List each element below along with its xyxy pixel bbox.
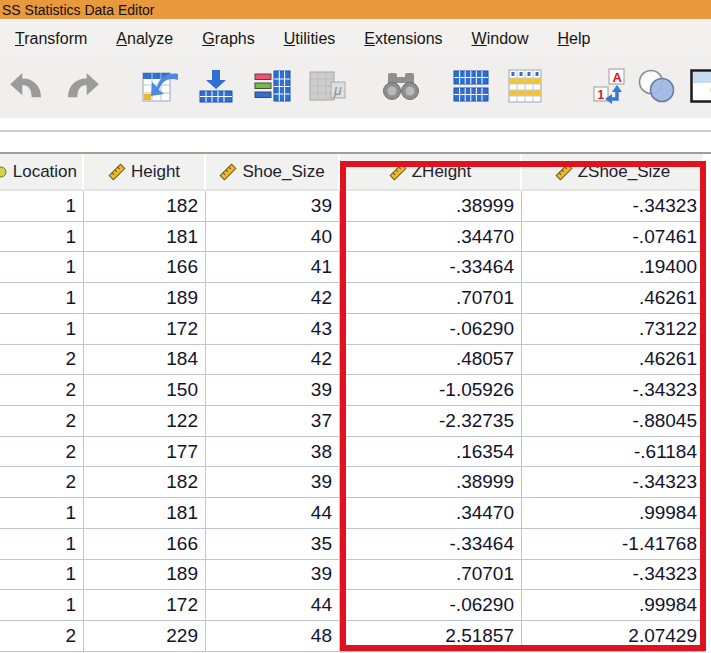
menu-item-graphs[interactable]: Graphs xyxy=(187,26,268,52)
table-cell[interactable]: .34470 xyxy=(340,222,522,253)
descriptive-statistics-button[interactable]: μ xyxy=(303,66,353,106)
menu-item-utilities[interactable]: Utilities xyxy=(269,26,350,52)
menu-item-transform[interactable]: Transform xyxy=(0,26,101,52)
table-cell[interactable]: 1 xyxy=(0,252,84,283)
variables-button[interactable] xyxy=(246,66,300,106)
table-cell[interactable]: 2.07429 xyxy=(522,621,705,652)
column-header-zheight[interactable]: ZHeight xyxy=(340,154,522,191)
table-cell[interactable]: .99984 xyxy=(522,590,705,621)
use-variable-sets-button[interactable] xyxy=(632,66,680,106)
table-cell[interactable]: 2 xyxy=(0,406,84,437)
table-cell[interactable]: -.61184 xyxy=(522,437,705,468)
menu-item-window[interactable]: Window xyxy=(457,26,543,52)
table-cell[interactable]: 229 xyxy=(84,621,206,652)
table-cell[interactable]: 122 xyxy=(84,406,206,437)
table-cell[interactable]: .38999 xyxy=(340,467,522,498)
table-cell[interactable]: -.06290 xyxy=(340,590,522,621)
table-cell[interactable]: 2.51857 xyxy=(340,621,522,652)
table-cell[interactable]: -.88045 xyxy=(522,406,705,437)
table-cell[interactable]: 40 xyxy=(206,222,340,253)
table-cell[interactable]: 43 xyxy=(206,314,340,345)
goto-variable-button[interactable] xyxy=(190,66,242,106)
column-header-shoe-size[interactable]: Shoe_Size xyxy=(206,154,340,191)
table-cell[interactable]: -1.05926 xyxy=(340,375,522,406)
table-cell[interactable]: -1.41768 xyxy=(522,529,705,560)
select-cases-button[interactable] xyxy=(501,66,549,106)
menu-item-analyze[interactable]: Analyze xyxy=(101,26,187,52)
chart-partial-button[interactable] xyxy=(690,66,711,106)
table-cell[interactable]: 44 xyxy=(206,498,340,529)
table-cell[interactable]: 38 xyxy=(206,437,340,468)
table-cell[interactable]: 184 xyxy=(84,345,206,376)
table-cell[interactable]: 181 xyxy=(84,222,206,253)
column-header-location[interactable]: Location xyxy=(0,154,84,191)
table-cell[interactable]: .70701 xyxy=(340,560,522,591)
menu-item-help[interactable]: Help xyxy=(542,26,604,52)
table-cell[interactable]: -2.32735 xyxy=(340,406,522,437)
table-cell[interactable]: .99984 xyxy=(522,498,705,529)
table-cell[interactable]: 1 xyxy=(0,590,84,621)
table-cell[interactable]: 39 xyxy=(206,560,340,591)
table-cell[interactable]: 2 xyxy=(0,621,84,652)
goto-case-button[interactable] xyxy=(136,66,186,106)
table-cell[interactable]: .48057 xyxy=(340,345,522,376)
descriptive-statistics-icon: μ xyxy=(309,70,347,102)
table-cell[interactable]: .38999 xyxy=(340,191,522,222)
table-cell[interactable]: 35 xyxy=(206,529,340,560)
table-cell[interactable]: 1 xyxy=(0,191,84,222)
table-cell[interactable]: -.07461 xyxy=(522,222,705,253)
table-cell[interactable]: 2 xyxy=(0,467,84,498)
table-cell[interactable]: -.06290 xyxy=(340,314,522,345)
table-cell[interactable]: -.34323 xyxy=(522,467,705,498)
table-cell[interactable]: .46261 xyxy=(522,283,705,314)
table-cell[interactable]: 1 xyxy=(0,498,84,529)
table-cell[interactable]: 150 xyxy=(84,375,206,406)
table-cell[interactable]: -.34323 xyxy=(522,191,705,222)
table-cell[interactable]: 39 xyxy=(206,375,340,406)
table-cell[interactable]: 181 xyxy=(84,498,206,529)
table-cell[interactable]: 44 xyxy=(206,590,340,621)
table-cell[interactable]: .70701 xyxy=(340,283,522,314)
table-cell[interactable]: 2 xyxy=(0,375,84,406)
table-cell[interactable]: 1 xyxy=(0,560,84,591)
table-cell[interactable]: -.33464 xyxy=(340,252,522,283)
column-header-height[interactable]: Height xyxy=(84,154,206,191)
table-cell[interactable]: 39 xyxy=(206,467,340,498)
redo-button[interactable] xyxy=(58,66,106,106)
undo-button[interactable] xyxy=(4,66,50,106)
table-cell[interactable]: -.34323 xyxy=(522,560,705,591)
table-cell[interactable]: .73122 xyxy=(522,314,705,345)
table-cell[interactable]: 42 xyxy=(206,345,340,376)
table-cell[interactable]: 1 xyxy=(0,283,84,314)
table-cell[interactable]: 172 xyxy=(84,314,206,345)
table-cell[interactable]: 166 xyxy=(84,252,206,283)
table-cell[interactable]: 37 xyxy=(206,406,340,437)
value-labels-button[interactable]: A 1 xyxy=(588,66,634,106)
table-cell[interactable]: .19400 xyxy=(522,252,705,283)
table-cell[interactable]: -.34323 xyxy=(522,375,705,406)
menu-item-extensions[interactable]: Extensions xyxy=(349,26,456,52)
table-cell[interactable]: 2 xyxy=(0,437,84,468)
table-cell[interactable]: .34470 xyxy=(340,498,522,529)
table-cell[interactable]: 2 xyxy=(0,345,84,376)
table-cell[interactable]: 39 xyxy=(206,191,340,222)
column-header-zshoe-size[interactable]: ZShoe_Size xyxy=(522,154,705,191)
table-cell[interactable]: 1 xyxy=(0,222,84,253)
table-cell[interactable]: 166 xyxy=(84,529,206,560)
split-file-button[interactable] xyxy=(446,66,496,106)
table-cell[interactable]: 177 xyxy=(84,437,206,468)
table-cell[interactable]: 172 xyxy=(84,590,206,621)
table-cell[interactable]: 189 xyxy=(84,560,206,591)
table-cell[interactable]: 182 xyxy=(84,467,206,498)
find-button[interactable] xyxy=(376,66,426,106)
table-cell[interactable]: .46261 xyxy=(522,345,705,376)
table-cell[interactable]: 1 xyxy=(0,529,84,560)
table-cell[interactable]: -.33464 xyxy=(340,529,522,560)
table-cell[interactable]: 42 xyxy=(206,283,340,314)
table-cell[interactable]: 189 xyxy=(84,283,206,314)
table-cell[interactable]: 48 xyxy=(206,621,340,652)
table-cell[interactable]: 1 xyxy=(0,314,84,345)
table-cell[interactable]: 182 xyxy=(84,191,206,222)
table-cell[interactable]: 41 xyxy=(206,252,340,283)
table-cell[interactable]: .16354 xyxy=(340,437,522,468)
